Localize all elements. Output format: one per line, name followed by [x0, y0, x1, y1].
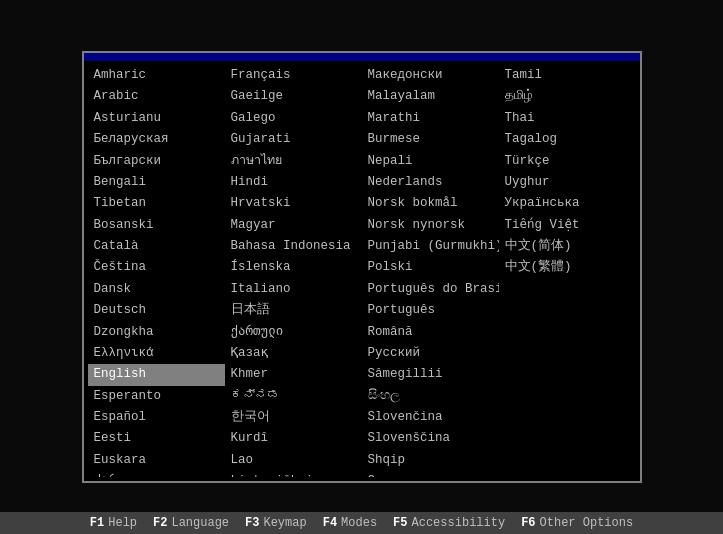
dialog-body: AmharicArabicAsturianuБеларускаяБългарск…: [84, 61, 640, 481]
footer-label-keymap: Keymap: [263, 516, 306, 530]
footer-label-other options: Other Options: [540, 516, 634, 530]
language-column-1: FrançaisGaeilgeGalegoGujaratiภาษาไทยHind…: [225, 65, 362, 477]
lang-item-Malayalam[interactable]: Malayalam: [362, 86, 499, 107]
lang-item-Tamil[interactable]: Tamil: [499, 65, 636, 86]
lang-item-empty-3-20: [499, 299, 636, 301]
lang-item-Magyar[interactable]: Magyar: [225, 215, 362, 236]
lang-item-Uyghur[interactable]: Uyghur: [499, 172, 636, 193]
lang-item-T_rk_e[interactable]: Türkçe: [499, 151, 636, 172]
lang-item-Nederlands[interactable]: Nederlands: [362, 172, 499, 193]
lang-item-Thai[interactable]: Thai: [499, 108, 636, 129]
lang-item-__________[interactable]: Беларуская: [88, 129, 225, 150]
lang-item-Italiano[interactable]: Italiano: [225, 279, 362, 300]
lang-item-Sloven_ina[interactable]: Slovenčina: [362, 407, 499, 428]
lang-item-Hrvatski[interactable]: Hrvatski: [225, 193, 362, 214]
lang-item-_____[interactable]: தமிழ்: [499, 86, 636, 107]
footer-item-help[interactable]: F1Help: [90, 516, 137, 530]
lang-item-Khmer[interactable]: Khmer: [225, 364, 362, 385]
lang-item-Sloven__ina[interactable]: Slovenščina: [362, 428, 499, 449]
lang-item-_____[interactable]: Қазақ: [225, 343, 362, 364]
footer-label-help: Help: [108, 516, 137, 530]
lang-item-______[interactable]: 中文(繁體): [499, 257, 636, 278]
lang-item-Rom_n_[interactable]: Română: [362, 322, 499, 343]
footer-item-other options[interactable]: F6Other Options: [521, 516, 633, 530]
footer-key-f1: F1: [90, 516, 104, 530]
lang-item-Dzongkha[interactable]: Dzongkha: [88, 322, 225, 343]
lang-item-Portugu_s[interactable]: Português: [362, 300, 499, 321]
lang-item-Lietuvi_kai[interactable]: Lietuviškai: [225, 471, 362, 477]
lang-item-Shqip[interactable]: Shqip: [362, 450, 499, 471]
lang-item-Gujarati[interactable]: Gujarati: [225, 129, 362, 150]
lang-item-_________[interactable]: Български: [88, 151, 225, 172]
language-column-2: МакедонскиMalayalamMarathiBurmeseNepaliN…: [362, 65, 499, 477]
lang-item-Catal_[interactable]: Català: [88, 236, 225, 257]
lang-item-Norsk_bokm_l[interactable]: Norsk bokmål: [362, 193, 499, 214]
footer-key-f2: F2: [153, 516, 167, 530]
language-column-3: Tamilதமிழ்ThaiTagalogTürkçeUyghurУкраїнс…: [499, 65, 636, 477]
lang-item-Fran_ais[interactable]: Français: [225, 65, 362, 86]
lang-item-English[interactable]: English: [88, 364, 225, 385]
footer-key-f4: F4: [323, 516, 337, 530]
lang-item-Norsk_nynorsk[interactable]: Norsk nynorsk: [362, 215, 499, 236]
lang-item-__________[interactable]: Українська: [499, 193, 636, 214]
lang-item-Nepali[interactable]: Nepali: [362, 151, 499, 172]
footer-label-accessibility: Accessibility: [412, 516, 506, 530]
lang-item-Dansk[interactable]: Dansk: [88, 279, 225, 300]
lang-item-Bosanski[interactable]: Bosanski: [88, 215, 225, 236]
lang-item-Burmese[interactable]: Burmese: [362, 129, 499, 150]
language-column-0: AmharicArabicAsturianuБеларускаяБългарск…: [88, 65, 225, 477]
footer-label-modes: Modes: [341, 516, 377, 530]
lang-item-Polski[interactable]: Polski: [362, 257, 499, 278]
screen: AmharicArabicAsturianuБеларускаяБългарск…: [0, 0, 723, 534]
lang-item-Galego[interactable]: Galego: [225, 108, 362, 129]
lang-item-Euskara[interactable]: Euskara: [88, 450, 225, 471]
lang-item-_______[interactable]: ภาษาไทย: [225, 151, 362, 172]
footer-item-language[interactable]: F2Language: [153, 516, 229, 530]
lang-item-Arabic[interactable]: Arabic: [88, 86, 225, 107]
lang-item-________[interactable]: Ελληνικά: [88, 343, 225, 364]
footer-key-f5: F5: [393, 516, 407, 530]
lang-item-S_megillii[interactable]: Sâmegillii: [362, 364, 499, 385]
lang-item-Gaeilge[interactable]: Gaeilge: [225, 86, 362, 107]
footer-bar: F1HelpF2LanguageF3KeymapF4ModesF5Accessi…: [0, 512, 723, 534]
lang-item-_______[interactable]: ქართული: [225, 322, 362, 343]
footer-label-language: Language: [171, 516, 229, 530]
lang-item-Tibetan[interactable]: Tibetan: [88, 193, 225, 214]
dialog-title: [84, 53, 640, 61]
lang-item-Amharic[interactable]: Amharic: [88, 65, 225, 86]
lang-item-Espa_ol[interactable]: Español: [88, 407, 225, 428]
lang-item-Bahasa_Indonesia[interactable]: Bahasa Indonesia: [225, 236, 362, 257]
lang-item-______[interactable]: Српски: [362, 471, 499, 477]
lang-item-Eesti[interactable]: Eesti: [88, 428, 225, 449]
lang-item-_e_tina[interactable]: Čeština: [88, 257, 225, 278]
lang-item-_______[interactable]: Русский: [362, 343, 499, 364]
lang-item-Punjabi__Gurmukhi_[interactable]: Punjabi (Gurmukhi): [362, 236, 499, 257]
lang-item-___[interactable]: 한국어: [225, 407, 362, 428]
lang-item-_slenska[interactable]: Íslenska: [225, 257, 362, 278]
lang-item-___[interactable]: 日本語: [225, 300, 362, 321]
lang-item-Lao[interactable]: Lao: [225, 450, 362, 471]
lang-item-Portugu_s_do_Brasil[interactable]: Português do Brasil: [362, 279, 499, 300]
lang-item-Bengali[interactable]: Bengali: [88, 172, 225, 193]
lang-item-Marathi[interactable]: Marathi: [362, 108, 499, 129]
lang-item-Esperanto[interactable]: Esperanto: [88, 386, 225, 407]
lang-item-Ti_ng_Vi_t[interactable]: Tiếng Việt: [499, 215, 636, 236]
language-dialog: AmharicArabicAsturianuБеларускаяБългарск…: [82, 51, 642, 483]
lang-item-Deutsch[interactable]: Deutsch: [88, 300, 225, 321]
lang-item-Kurd_[interactable]: Kurdî: [225, 428, 362, 449]
lang-item-______[interactable]: 中文(简体): [499, 236, 636, 257]
footer-item-modes[interactable]: F4Modes: [323, 516, 377, 530]
lang-item-_______[interactable]: ქართული: [88, 471, 225, 477]
lang-item-_____[interactable]: ಕನ್ನಡ: [225, 386, 362, 407]
lang-item-Asturianu[interactable]: Asturianu: [88, 108, 225, 129]
lang-item-Hindi[interactable]: Hindi: [225, 172, 362, 193]
footer-item-keymap[interactable]: F3Keymap: [245, 516, 307, 530]
footer-key-f6: F6: [521, 516, 535, 530]
lang-item-______[interactable]: සිංහල: [362, 386, 499, 407]
lang-item-__________[interactable]: Македонски: [362, 65, 499, 86]
lang-item-Tagalog[interactable]: Tagalog: [499, 129, 636, 150]
footer-key-f3: F3: [245, 516, 259, 530]
footer-item-accessibility[interactable]: F5Accessibility: [393, 516, 505, 530]
